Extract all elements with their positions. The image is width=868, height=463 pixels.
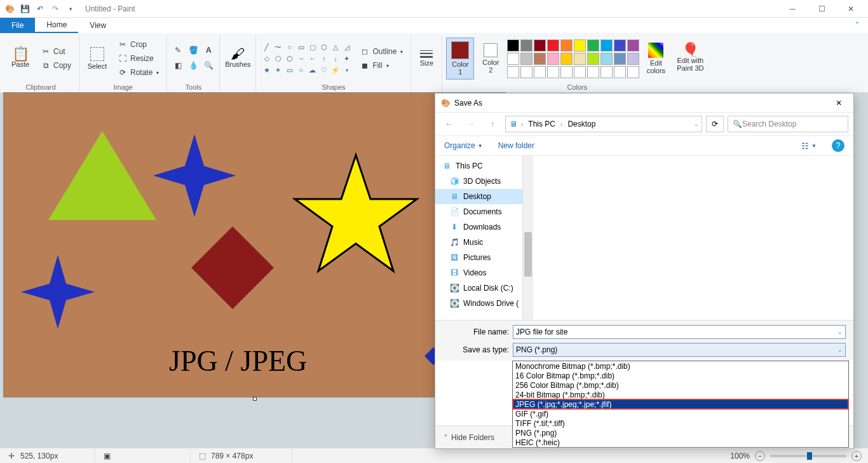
type-option[interactable]: HEIC (*.heic) [513, 438, 848, 447]
paste-button[interactable]: 📋 Paste [6, 38, 34, 79]
type-option[interactable]: Monochrome Bitmap (*.bmp;*.dib) [513, 361, 848, 371]
palette-swatch[interactable] [614, 66, 626, 78]
shape-polygon[interactable]: ⬡ [318, 42, 329, 53]
magnifier-tool[interactable]: 🔍 [201, 59, 215, 72]
nav-up-button[interactable]: ↑ [484, 115, 501, 133]
minimize-button[interactable]: ─ [778, 0, 807, 18]
shape-arrowr[interactable]: → [295, 53, 306, 64]
tree-item[interactable]: 🖥This PC [435, 158, 532, 174]
tree-item[interactable]: 💽Local Disk (C:) [435, 280, 532, 296]
eraser-tool[interactable]: ◧ [171, 59, 185, 72]
palette-swatch[interactable] [600, 39, 613, 52]
fill-option-button[interactable]: ◼Fill▾ [356, 59, 407, 72]
crumb-this-pc[interactable]: This PC [526, 118, 558, 130]
resize-button[interactable]: ⛶Resize [114, 52, 163, 65]
palette-swatch[interactable] [587, 66, 599, 78]
shapes-gallery[interactable]: ╱〜○▭▢⬡△◿ ◇⬠⬡→←↑↓✦ ★✶▭○☁♡⚡▾ [260, 41, 353, 77]
qat-customize[interactable]: ▾ [64, 2, 78, 16]
palette-swatch[interactable] [574, 39, 586, 52]
tree-item[interactable]: 🎵Music [435, 235, 532, 250]
shape-hexagon[interactable]: ⬡ [284, 53, 295, 64]
picker-tool[interactable]: 💧 [186, 59, 200, 72]
palette-swatch[interactable] [627, 66, 639, 78]
text-tool[interactable]: A [201, 44, 215, 57]
zoom-in-button[interactable]: + [851, 451, 862, 461]
type-option[interactable]: 24-bit Bitmap (*.bmp;*.dib) [513, 390, 848, 399]
shape-6star[interactable]: ✶ [273, 65, 283, 76]
color1-button[interactable]: Color 1 [446, 38, 474, 79]
nav-back-button[interactable]: ← [440, 115, 458, 133]
palette-swatch[interactable] [547, 39, 559, 52]
palette-swatch[interactable] [600, 53, 613, 65]
file-list[interactable] [533, 156, 853, 320]
palette-swatch[interactable] [520, 53, 532, 65]
pencil-tool[interactable]: ✎ [171, 44, 185, 57]
zoom-out-button[interactable]: − [755, 451, 765, 461]
palette-swatch[interactable] [587, 53, 599, 65]
rotate-button[interactable]: ⟳Rotate▾ [114, 66, 163, 79]
palette-swatch[interactable] [614, 53, 626, 65]
palette-swatch[interactable] [507, 53, 519, 65]
type-combobox[interactable]: PNG (*.png)⌄ [513, 343, 846, 357]
help-icon[interactable]: ? [832, 139, 844, 152]
fill-tool[interactable]: 🪣 [186, 44, 200, 57]
canvas[interactable]: JPG / JPEG [4, 93, 505, 397]
palette-swatch[interactable] [547, 53, 559, 65]
type-option[interactable]: GIF (*.gif) [513, 409, 848, 418]
color-palette[interactable] [507, 39, 639, 78]
view-button[interactable]: ☷▼ [801, 141, 817, 151]
type-option[interactable]: TIFF (*.tif;*.tiff) [513, 418, 848, 428]
palette-swatch[interactable] [534, 66, 546, 78]
redo-icon[interactable]: ↷ [48, 2, 62, 16]
refresh-button[interactable]: ⟳ [706, 116, 724, 132]
palette-swatch[interactable] [587, 39, 599, 52]
type-option[interactable]: 256 Color Bitmap (*.bmp;*.dib) [513, 380, 848, 390]
shape-calloval[interactable]: ○ [295, 65, 306, 76]
save-icon[interactable]: 💾 [18, 2, 32, 16]
resize-handle-bottom[interactable] [253, 397, 257, 401]
shape-bolt[interactable]: ⚡ [330, 65, 341, 76]
shape-arrowl[interactable]: ← [307, 53, 318, 64]
maximize-button[interactable]: ☐ [807, 0, 836, 18]
shape-callcloud[interactable]: ☁ [307, 65, 318, 76]
collapse-ribbon-button[interactable]: ˄ [846, 18, 868, 33]
palette-swatch[interactable] [560, 53, 573, 65]
tree-scroll-thumb[interactable] [524, 232, 532, 277]
palette-swatch[interactable] [507, 66, 519, 78]
type-option[interactable]: 16 Color Bitmap (*.bmp;*.dib) [513, 371, 848, 380]
shape-curve[interactable]: 〜 [273, 42, 283, 53]
select-button[interactable]: Select [83, 38, 111, 79]
type-option[interactable]: PNG (*.png) [513, 428, 848, 438]
shape-tri[interactable]: △ [330, 42, 341, 53]
copy-button[interactable]: ⧉Copy [37, 59, 75, 72]
palette-swatch[interactable] [614, 39, 626, 52]
paint3d-button[interactable]: 🎈 Edit with Paint 3D [672, 38, 708, 79]
palette-swatch[interactable] [627, 39, 639, 52]
zoom-slider-thumb[interactable] [807, 452, 812, 460]
tab-home[interactable]: Home [35, 18, 78, 33]
shape-diamond[interactable]: ◇ [261, 53, 272, 64]
dialog-close-button[interactable]: ✕ [829, 95, 848, 111]
cut-button[interactable]: ✂Cut [37, 45, 75, 58]
organize-button[interactable]: Organize▼ [444, 141, 483, 150]
tree-item[interactable]: ⬇Downloads [435, 219, 532, 235]
app-icon[interactable]: 🎨 [3, 2, 17, 16]
palette-swatch[interactable] [520, 66, 532, 78]
close-button[interactable]: ✕ [836, 0, 865, 18]
search-input[interactable]: 🔍 Search Desktop [728, 116, 848, 132]
shape-pentagon[interactable]: ⬠ [273, 53, 283, 64]
tree-item[interactable]: 🖼Pictures [435, 250, 532, 265]
shape-rect[interactable]: ▭ [295, 42, 306, 53]
crop-button[interactable]: ✂Crop [114, 38, 163, 51]
zoom-slider[interactable] [770, 455, 846, 457]
tree-item[interactable]: 🎞Videos [435, 265, 532, 280]
palette-swatch[interactable] [627, 53, 639, 65]
shape-line[interactable]: ╱ [261, 42, 272, 53]
address-bar[interactable]: 🖥 › This PC › Desktop ⌄ [505, 116, 702, 132]
color2-button[interactable]: Color 2 [477, 38, 505, 79]
shape-arrowd[interactable]: ↓ [330, 53, 341, 64]
hide-folders-button[interactable]: ˄Hide Folders [444, 433, 494, 442]
tree-scrollbar[interactable] [522, 156, 532, 320]
shape-righttri[interactable]: ◿ [341, 42, 352, 53]
brushes-button[interactable]: 🖌 Brushes [224, 38, 252, 79]
